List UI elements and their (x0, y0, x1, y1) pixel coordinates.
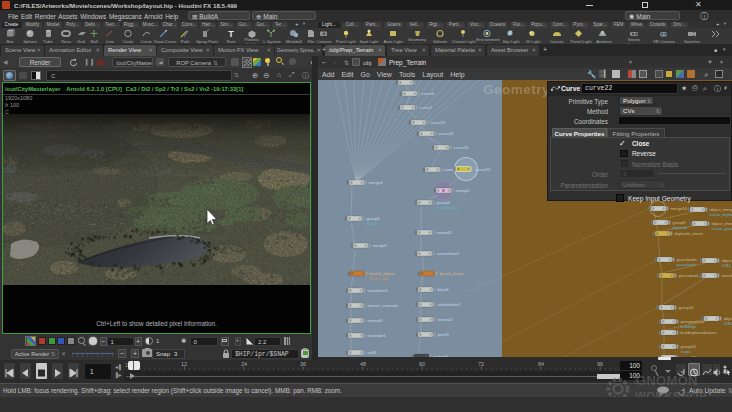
svg-text:GNOMON: GNOMON (636, 373, 698, 388)
svg-text:/curve_drylands_rock: /curve_drylands_rock (710, 212, 732, 217)
svg-text:transform12: transform12 (722, 273, 732, 278)
svg-text:buildingfoundations: buildingfoundations (681, 330, 717, 335)
svg-text:transform5: transform5 (368, 288, 389, 293)
svg-text:/curve_grasslands: /curve_grasslands (712, 226, 732, 231)
svg-text:12: 12 (181, 361, 187, 367)
svg-text:curve25: curve25 (454, 145, 470, 150)
svg-text:beach_obj: beach_obj (370, 276, 389, 281)
svg-text:T: T (228, 29, 234, 39)
svg-text:beach: beach (367, 221, 378, 226)
svg-text:extract_centroid: extract_centroid (368, 303, 398, 308)
svg-text:/OBJ_foundation: /OBJ_foundation (724, 321, 732, 326)
svg-text:drylands: drylands (673, 225, 688, 230)
svg-text:group10: group10 (679, 305, 695, 310)
svg-text:curve24: curve24 (439, 131, 455, 136)
svg-text:normal4: normal4 (368, 318, 384, 323)
svg-text:drylands_mesh: drylands_mesh (675, 231, 704, 236)
svg-text:merge4: merge4 (369, 180, 384, 185)
svg-text:normal2: normal2 (437, 230, 453, 235)
svg-text:merge2: merge2 (456, 188, 471, 193)
svg-text:example1: example1 (368, 333, 387, 338)
svg-text:curve22: curve22 (476, 167, 492, 172)
svg-text:24: 24 (241, 361, 247, 367)
svg-text:36: 36 (300, 361, 306, 367)
svg-text:noiseterrace: noiseterrace (437, 205, 460, 210)
svg-text:grasslands: grasslands (677, 262, 696, 267)
svg-text:curve7: curve7 (420, 105, 433, 110)
svg-text:beach_begin: beach_begin (440, 271, 465, 276)
svg-text:attribdelete1: attribdelete1 (438, 302, 462, 307)
svg-text:merge10: merge10 (671, 206, 688, 211)
svg-text:roads: roads (681, 349, 691, 354)
svg-text:convertline2: convertline2 (437, 251, 460, 256)
svg-text:curve6: curve6 (422, 91, 435, 96)
svg-text:curve23: curve23 (431, 120, 447, 125)
svg-text:96: 96 (597, 361, 603, 367)
svg-text:blast6: blast6 (438, 287, 450, 292)
svg-text:buildings: buildings (681, 324, 697, 329)
svg-text:null3: null3 (368, 350, 378, 355)
svg-text:merge5: merge5 (373, 243, 388, 248)
svg-text:/OBJ_grass: /OBJ_grass (722, 263, 732, 268)
svg-text:84: 84 (538, 361, 544, 367)
svg-text:normal3: normal3 (438, 317, 454, 322)
svg-text:48: 48 (360, 361, 366, 367)
svg-text:THE: THE (633, 377, 637, 385)
svg-text:72: 72 (478, 361, 484, 367)
svg-text:60: 60 (419, 361, 425, 367)
svg-text:point5: point5 (438, 332, 450, 337)
